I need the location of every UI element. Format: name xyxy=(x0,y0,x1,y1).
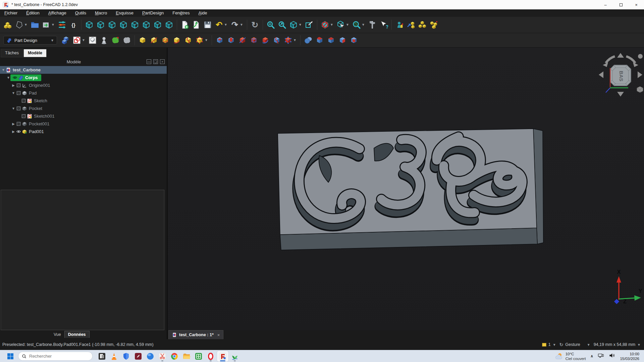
tree-expander-icon[interactable]: ▼ xyxy=(11,91,15,95)
dropdown-caret-icon[interactable]: ▼ xyxy=(24,23,28,26)
green-grid-app-icon[interactable] xyxy=(193,351,204,362)
link-group-icon[interactable] xyxy=(428,19,439,30)
view-dimensions-selector[interactable]: 94,19 mm x 54,88 mm ▼ xyxy=(594,342,641,347)
open-document-icon[interactable] xyxy=(191,19,202,30)
dropdown-caret-icon[interactable]: ▼ xyxy=(293,38,297,42)
macro-braces-icon[interactable]: {} xyxy=(68,19,79,30)
chrome-icon[interactable] xyxy=(169,351,180,362)
tab-modele[interactable]: Modèle xyxy=(23,49,47,57)
panel-float-icon[interactable]: ❏ xyxy=(153,59,158,64)
menu-edition[interactable]: Édition xyxy=(22,9,44,17)
search-input[interactable] xyxy=(29,354,83,359)
tree-item-sketch001[interactable]: Sketch001 xyxy=(0,112,167,120)
tree-expander-icon[interactable]: ▶ xyxy=(11,83,15,87)
dropdown-caret-icon[interactable]: ▼ xyxy=(346,23,349,26)
tab-close-icon[interactable]: × xyxy=(217,333,220,338)
gog-app-icon[interactable] xyxy=(132,351,144,362)
undo-icon[interactable]: ↶▼ xyxy=(214,19,224,30)
blue-orb-app-icon[interactable] xyxy=(145,351,156,362)
edit-selection-icon[interactable] xyxy=(304,19,315,30)
clipping-ban-icon[interactable]: ▼ xyxy=(320,19,330,30)
chamfer-icon[interactable] xyxy=(326,35,336,46)
view-right-icon[interactable] xyxy=(118,19,129,30)
tree-item-corps[interactable]: ▼Corps xyxy=(0,74,167,81)
workbench-selector[interactable]: Part Design ▼ xyxy=(3,36,57,45)
subtractive-loft-icon[interactable] xyxy=(249,35,259,46)
notepad-app-icon[interactable] xyxy=(96,351,108,362)
minimize-button[interactable]: – xyxy=(598,0,613,9)
snipping-tool-icon[interactable] xyxy=(157,351,168,362)
create-body-icon[interactable] xyxy=(60,35,71,46)
groove-icon[interactable] xyxy=(237,35,248,46)
panel-close-icon[interactable]: × xyxy=(160,59,165,64)
subshapebinder-icon[interactable] xyxy=(121,35,132,46)
view-axonometric-icon[interactable] xyxy=(84,19,95,30)
open-folder-icon[interactable] xyxy=(30,19,40,30)
menu-aide[interactable]: Aide xyxy=(194,9,212,17)
panel-minimize-icon[interactable]: ▭ xyxy=(147,59,151,64)
redo-icon[interactable]: ↷▼ xyxy=(229,19,240,30)
menu-fichier[interactable]: Fichier xyxy=(0,9,22,17)
clock-widget[interactable]: 10:00 15/03/2026 xyxy=(620,352,639,361)
navcube-rotate-left-icon[interactable] xyxy=(603,56,615,67)
additive-primitive-icon[interactable]: ▼ xyxy=(194,35,205,46)
menu-esquisse[interactable]: Esquisse xyxy=(111,9,138,17)
navcube-mini-cube-icon[interactable] xyxy=(637,86,643,93)
bricks-icon[interactable] xyxy=(2,19,13,30)
eye-hidden-icon[interactable] xyxy=(20,114,26,119)
freecad-taskbar-icon[interactable] xyxy=(217,351,228,362)
view-left-icon[interactable] xyxy=(152,19,163,30)
link-navigate-icon[interactable] xyxy=(406,19,416,30)
eye-icon[interactable] xyxy=(12,75,18,80)
tree-expander-icon[interactable]: ▶ xyxy=(11,130,15,133)
whats-this-icon[interactable]: ? xyxy=(378,19,389,30)
navcube-arrow-right-icon[interactable] xyxy=(638,71,642,78)
document-tab[interactable]: test_Carbone : 1* × xyxy=(168,330,223,339)
navcube-arrow-up-icon[interactable] xyxy=(617,53,624,58)
tree-item-origine001[interactable]: ▶Origine001 xyxy=(0,81,167,89)
tree-expander-icon[interactable]: ▼ xyxy=(6,76,10,79)
plant-app-icon[interactable] xyxy=(229,351,240,362)
edit-sketch-icon[interactable] xyxy=(87,35,98,46)
eye-hidden-icon[interactable] xyxy=(15,83,21,88)
tree-expander-icon[interactable]: ▶ xyxy=(11,122,15,126)
tray-chevron-up-icon[interactable]: ∧ xyxy=(590,354,593,358)
datum-icon[interactable] xyxy=(99,35,109,46)
tree-item-pad001[interactable]: ▶Pad001 xyxy=(0,128,167,135)
dropdown-caret-icon[interactable]: ▼ xyxy=(224,23,227,26)
pad-icon[interactable] xyxy=(137,35,148,46)
subtractive-primitive-icon[interactable]: ▼ xyxy=(283,35,293,46)
dropdown-caret-icon[interactable]: ▼ xyxy=(205,38,208,42)
network-icon[interactable] xyxy=(598,352,604,360)
3d-viewport[interactable]: BAS X Y Z xyxy=(168,48,644,339)
menu-fenetres[interactable]: Fenêtres xyxy=(168,9,194,17)
additive-helix-icon[interactable] xyxy=(183,35,194,46)
close-button[interactable]: × xyxy=(629,0,644,9)
refresh-icon[interactable]: ↻ xyxy=(250,19,260,30)
navcube-arrow-left-icon[interactable] xyxy=(599,71,603,78)
navcube-sphere-icon[interactable] xyxy=(638,54,643,59)
fit-all-icon[interactable] xyxy=(265,19,276,30)
opera-icon[interactable] xyxy=(205,351,216,362)
shape-outline-icon[interactable]: ▼ xyxy=(14,19,24,30)
hole-icon[interactable] xyxy=(226,35,236,46)
sync-view-icon[interactable]: ▼ xyxy=(351,19,362,30)
3d-model[interactable] xyxy=(168,48,644,339)
new-document-icon[interactable] xyxy=(179,19,190,30)
tree-expander-icon[interactable]: ▼ xyxy=(11,107,15,110)
tree-expander-icon[interactable]: ▼ xyxy=(1,68,5,72)
tab-vue[interactable]: Vue xyxy=(50,331,64,338)
taskbar-search[interactable] xyxy=(18,352,93,361)
eye-hidden-icon[interactable] xyxy=(20,98,26,104)
fillet-icon[interactable] xyxy=(314,35,325,46)
draw-style-cube-icon[interactable]: ▼ xyxy=(288,19,299,30)
tree-item-pocket[interactable]: ▼Pocket xyxy=(0,105,167,112)
tree-item-test_carbone[interactable]: ▼test_Carbone xyxy=(0,66,167,74)
eye-icon[interactable] xyxy=(15,129,21,134)
boolean-icon[interactable] xyxy=(303,35,314,46)
create-sketch-icon[interactable]: ▼ xyxy=(71,35,82,46)
tree-item-pocket001[interactable]: ▶Pocket001 xyxy=(0,120,167,128)
navigation-style-selector[interactable]: ↻ Gesture ▼ xyxy=(559,342,590,347)
dropdown-caret-icon[interactable]: ▼ xyxy=(51,23,55,26)
navigation-cube[interactable]: BAS xyxy=(595,50,644,100)
